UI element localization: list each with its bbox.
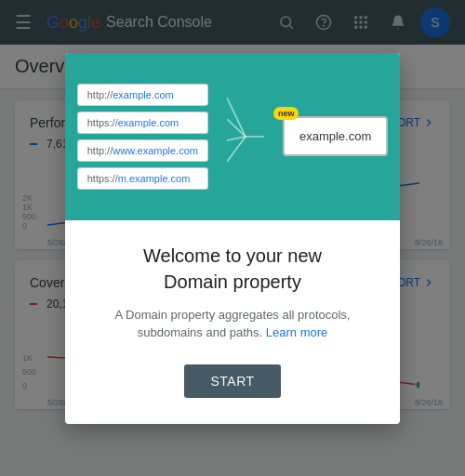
start-button[interactable]: START <box>184 364 280 398</box>
url-item-3: http://www.example.com <box>77 139 208 162</box>
url-list: http://example.com https://example.com h… <box>77 84 208 190</box>
modal-illustration: http://example.com https://example.com h… <box>65 53 400 220</box>
modal-overlay: http://example.com https://example.com h… <box>0 0 465 476</box>
modal-title: Welcome to your newDomain property <box>95 243 370 295</box>
new-badge: new <box>273 107 299 120</box>
modal-body: Welcome to your newDomain property A Dom… <box>65 220 400 424</box>
svg-line-14 <box>227 98 246 137</box>
target-domain-box: example.com <box>283 116 388 156</box>
connector-arrows <box>227 86 264 188</box>
domain-property-modal: http://example.com https://example.com h… <box>65 53 400 424</box>
url-item-2: https://example.com <box>77 112 208 134</box>
url-item-1: http://example.com <box>77 84 208 106</box>
learn-more-link[interactable]: Learn more <box>266 325 327 339</box>
target-domain-wrapper: new example.com <box>283 116 388 156</box>
modal-description: A Domain property aggregates all protoco… <box>95 306 370 342</box>
url-item-4: https://m.example.com <box>77 167 208 190</box>
svg-line-15 <box>227 119 246 137</box>
domain-diagram: http://example.com https://example.com h… <box>77 84 389 190</box>
